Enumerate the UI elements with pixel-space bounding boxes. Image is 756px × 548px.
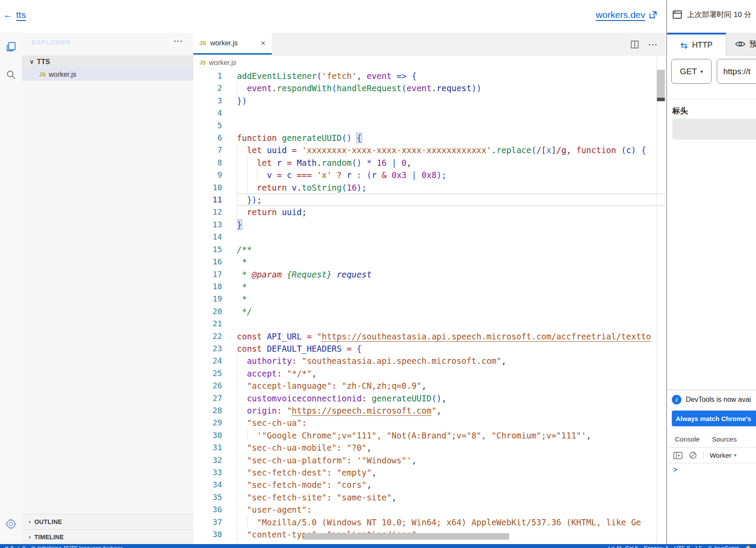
code-line[interactable]: 10return v.toString(16);	[193, 182, 665, 194]
code-line[interactable]: 20 */	[193, 305, 665, 318]
code-line[interactable]: 11});	[193, 194, 665, 206]
code-line[interactable]: 29"sec-ch-ua":	[193, 417, 665, 429]
console-sidebar-icon[interactable]	[673, 452, 683, 459]
tree-file-workerjs[interactable]: JS worker.js	[22, 68, 193, 81]
devtools-info: i DevTools is now avai	[672, 395, 751, 404]
code-line[interactable]: 19 *	[193, 293, 665, 305]
code-line[interactable]: 4	[193, 107, 665, 119]
explorer-more-button[interactable]: ⋯	[173, 35, 183, 47]
vertical-scrollbar[interactable]	[657, 70, 665, 98]
code-line[interactable]: 14	[193, 231, 665, 243]
overview-ruler-mark	[657, 98, 665, 101]
line-number: 18	[193, 281, 237, 293]
explorer-header: EXPLORER ⋯	[22, 33, 193, 54]
code-line[interactable]: 15/**	[193, 243, 665, 256]
explorer-title: EXPLORER	[31, 38, 71, 46]
chevron-right-icon: ›	[29, 518, 31, 525]
code-line[interactable]: 35"sec-fetch-site": "same-site",	[193, 491, 665, 503]
tab-http[interactable]: ⇆ HTTP	[667, 33, 726, 56]
code-line[interactable]: 23const DEFAULT_HEADERS = {	[193, 342, 665, 355]
back-to-project-link[interactable]: ← tts	[3, 10, 26, 20]
method-dropdown[interactable]: GET ▾	[671, 59, 712, 84]
toolbar-divider	[703, 452, 704, 459]
code-line[interactable]: 16 *	[193, 256, 665, 268]
code-line[interactable]: 17 * @param {Request} request	[193, 268, 665, 281]
code-line[interactable]: 7let uuid = 'xxxxxxxx-xxxx-xxxx-xxxx-xxx…	[193, 144, 665, 156]
code-line[interactable]: 6function generateUUID() {	[193, 132, 665, 144]
code-line[interactable]: 31"sec-ch-ua-mobile": "?0",	[193, 442, 665, 454]
code-line[interactable]: 18 *	[193, 281, 665, 293]
code-line[interactable]: 13}	[193, 219, 665, 231]
code-line[interactable]: 27customvoiceconnectionid: generateUUID(…	[193, 392, 665, 404]
code-line[interactable]: 32"sec-ch-ua-platform": '"Windows"',	[193, 454, 665, 466]
back-arrow-icon: ←	[3, 10, 13, 20]
code-line[interactable]: 21	[193, 318, 665, 330]
line-number: 7	[193, 144, 237, 156]
timeline-section-header[interactable]: › TIMELINE	[22, 529, 193, 544]
request-url-input[interactable]	[717, 59, 756, 84]
code-line[interactable]: 25accept: "*/*",	[193, 367, 665, 380]
js-file-icon: JS	[199, 40, 206, 46]
top-header: ← tts workers.dev	[0, 0, 665, 33]
line-number: 32	[193, 454, 237, 466]
tab-workerjs[interactable]: JS worker.js ✕	[193, 33, 272, 55]
line-number: 28	[193, 404, 237, 417]
settings-gear-icon[interactable]	[5, 518, 17, 530]
headers-input-box[interactable]	[672, 119, 756, 140]
horizontal-scrollbar[interactable]	[304, 533, 509, 540]
code-lines[interactable]: 1addEventListener('fetch', event => {2ev…	[193, 70, 665, 541]
code-line[interactable]: 28origin: "https://speech.microsoft.com"…	[193, 404, 665, 417]
console-prompt[interactable]: >	[673, 465, 677, 474]
explorer-icon[interactable]	[5, 41, 17, 53]
code-line[interactable]: 3})	[193, 95, 665, 107]
line-number: 9	[193, 169, 237, 181]
search-icon[interactable]	[5, 68, 17, 81]
code-line[interactable]: 2event.respondWith(handleRequest(event.r…	[193, 82, 665, 94]
activity-bar	[0, 33, 22, 544]
code-line[interactable]: 24authority: "southeastasia.api.speech.m…	[193, 355, 665, 367]
split-editor-icon[interactable]	[630, 40, 639, 49]
outline-section-header[interactable]: › OUTLINE	[22, 514, 193, 529]
code-line[interactable]: 22const API_URL = "https://southeastasia…	[193, 330, 665, 342]
chevron-down-icon: ▾	[701, 68, 703, 75]
code-line[interactable]: 12return uuid;	[193, 206, 665, 218]
code-line[interactable]: 37"Mozilla/5.0 (Windows NT 10.0; Win64; …	[193, 516, 665, 528]
editor-pane: JS worker.js ✕ ⋯ JS worker.js 1addEventL…	[193, 33, 665, 544]
line-number: 30	[193, 429, 237, 442]
code-line[interactable]: 1addEventListener('fetch', event => {	[193, 70, 665, 82]
http-tab-label: HTTP	[692, 41, 712, 50]
clear-console-icon[interactable]	[689, 451, 697, 459]
line-number: 14	[193, 231, 237, 243]
code-line[interactable]: 26"accept-language": "zh-CN,zh;q=0.9",	[193, 380, 665, 392]
code-line[interactable]: 34"sec-fetch-mode": "cors",	[193, 479, 665, 491]
context-selector-worker[interactable]: Worker ▾	[710, 452, 736, 459]
tab-sources[interactable]: Sources	[712, 435, 737, 443]
last-deploy-text: 上次部署时间 10 分	[687, 10, 751, 20]
always-match-chrome-button[interactable]: Always match Chrome's	[672, 411, 756, 426]
status-left[interactable]: ⊘ 0 △ 0 ⟳ Initializing JS/TS language fe…	[4, 545, 123, 548]
tab-console[interactable]: Console	[675, 435, 700, 443]
line-number: 24	[193, 355, 237, 367]
project-name-link[interactable]: tts	[16, 10, 26, 20]
headers-label: 标头	[672, 106, 688, 116]
close-tab-icon[interactable]: ✕	[260, 40, 266, 47]
tree-folder-tts[interactable]: ∨ TTS	[22, 55, 193, 68]
editor-tab-bar: JS worker.js ✕ ⋯	[193, 33, 665, 56]
breadcrumb-file: worker.js	[209, 59, 236, 67]
line-number: 21	[193, 318, 237, 330]
line-number: 5	[193, 120, 237, 132]
code-line[interactable]: 33"sec-fetch-dest": "empty",	[193, 466, 665, 479]
code-line[interactable]: 8let r = Math.random() * 16 | 0,	[193, 157, 665, 169]
code-line[interactable]: 9v = c === 'x' ? r : (r & 0x3 | 0x8);	[193, 169, 665, 181]
code-line[interactable]: 5	[193, 120, 665, 132]
code-line[interactable]: 36"user-agent":	[193, 503, 665, 516]
breadcrumb[interactable]: JS worker.js	[199, 56, 236, 70]
line-number: 10	[193, 182, 237, 194]
workers-dev-link[interactable]: workers.dev	[596, 10, 657, 20]
editor-more-button[interactable]: ⋯	[648, 39, 657, 50]
last-deploy-status: 上次部署时间 10 分	[672, 10, 751, 20]
tab-preview[interactable]: 预	[726, 33, 756, 56]
status-right[interactable]: Ln 41, Col 6 Spaces: 4 UTF-8 LF {} JavaS…	[609, 545, 752, 548]
status-bar: ⊘ 0 △ 0 ⟳ Initializing JS/TS language fe…	[0, 544, 756, 548]
code-line[interactable]: 30'"Google Chrome";v="111", "Not(A:Brand…	[193, 429, 665, 442]
